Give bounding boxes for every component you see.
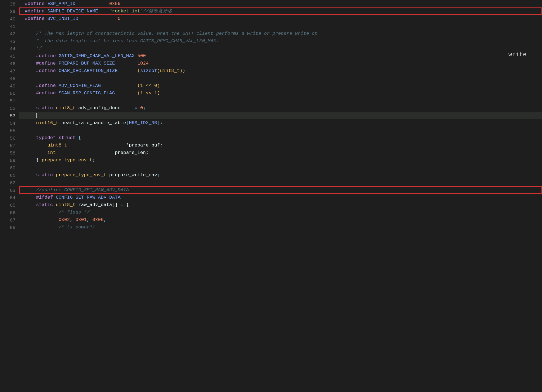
line-number: 40 xyxy=(0,15,19,22)
token: ]; xyxy=(157,120,163,126)
token: adv_config_done xyxy=(78,105,121,111)
line-number: 43 xyxy=(0,37,19,45)
line-number: 42 xyxy=(0,30,19,37)
line-number: 44 xyxy=(0,45,19,52)
token: [ xyxy=(126,120,129,126)
token: int xyxy=(25,150,58,155)
token: ADV_CONFIG_FLAG xyxy=(58,83,101,88)
code-line: static prepare_type_env_t prepare_write_… xyxy=(19,171,542,179)
code-line xyxy=(19,127,542,134)
token: (1 << 1) xyxy=(137,90,160,96)
token: /* tx power*/ xyxy=(25,225,95,230)
token xyxy=(101,83,137,88)
code-line: uint8_t *prepare_buf; xyxy=(19,142,542,149)
token: //#define CONFIG_SET_RAW_ADV_DATA xyxy=(25,187,129,193)
line-numbers: 3839404142434445464748495051525354555657… xyxy=(0,0,19,392)
token: static xyxy=(25,202,56,207)
line-number: 64 xyxy=(0,194,19,201)
token: SVC_INST_ID xyxy=(47,16,78,21)
code-line: static uint8_t raw_adv_data[] = { xyxy=(19,201,542,209)
line-number: 49 xyxy=(0,82,19,89)
line-number: 55 xyxy=(0,127,19,134)
code-line: uint16_t heart_rate_handle_table[HRS_IDX… xyxy=(19,119,542,127)
token: sizeof xyxy=(140,68,157,73)
line-number: 63 xyxy=(0,186,19,194)
code-content: #define ESP_APP_ID 0x55#define SAMPLE_DE… xyxy=(19,0,542,392)
token: { xyxy=(78,135,81,140)
line-number: 68 xyxy=(0,223,19,231)
code-line: #define GATTS_DEMO_CHAR_VAL_LEN_MAX 500 xyxy=(19,52,542,60)
code-line xyxy=(19,164,542,171)
token: */ xyxy=(25,46,42,51)
token: ( xyxy=(137,68,140,73)
token: CHAR_DECLARATION_SIZE xyxy=(58,68,118,73)
token: //修改蓝牙名 xyxy=(143,9,172,14)
token: 0x55 xyxy=(76,1,121,6)
token: SAMPLE_DEVICE_NAME xyxy=(47,9,98,14)
token: GATTS_DEMO_CHAR_VAL_LEN_MAX xyxy=(58,53,137,58)
token: prepare_write_env xyxy=(109,172,157,178)
token: PREPARE_BUF_MAX_SIZE xyxy=(58,61,115,66)
code-line: #define SAMPLE_DEVICE_NAME "rocket_iot"/… xyxy=(19,7,542,15)
token: #define xyxy=(25,9,47,14)
line-number: 60 xyxy=(0,164,19,171)
token: *prepare_buf; xyxy=(70,143,163,148)
code-line: /* The max length of characteristic valu… xyxy=(19,30,542,37)
token: uint16_t xyxy=(25,120,62,126)
token: raw_adv_data[] = { xyxy=(78,202,129,207)
token: SCAN_RSP_CONFIG_FLAG xyxy=(58,90,115,96)
token: , xyxy=(104,217,106,222)
token: prepare_len; xyxy=(58,150,148,155)
token xyxy=(115,90,137,96)
token: 1024 xyxy=(115,61,148,66)
token: CONFIG_SET_RAW_ADV_DATA xyxy=(56,195,121,200)
token: ; xyxy=(157,172,160,178)
token: , xyxy=(70,217,75,222)
code-line: * the data length must be less than GATT… xyxy=(19,37,542,45)
code-line: } prepare_type_env_t; xyxy=(19,156,542,164)
code-line xyxy=(19,112,542,119)
token: static xyxy=(25,172,56,178)
code-line: typedef struct { xyxy=(19,134,542,142)
token xyxy=(25,113,36,118)
token: (1 << 0) xyxy=(137,83,160,88)
token xyxy=(118,68,137,73)
line-number: 46 xyxy=(0,60,19,67)
code-line: int prepare_len; xyxy=(19,149,542,156)
line-number: 65 xyxy=(0,201,19,209)
token: ESP_APP_ID xyxy=(47,1,76,6)
token: struct xyxy=(58,135,78,140)
token: #define xyxy=(25,16,47,21)
line-number: 56 xyxy=(0,134,19,142)
line-number: 39 xyxy=(0,7,19,15)
token: #define xyxy=(25,1,47,6)
token: uint8_t xyxy=(56,202,78,207)
line-number: 48 xyxy=(0,74,19,82)
token: /* flags */ xyxy=(25,210,90,215)
write-label: write xyxy=(508,51,527,58)
line-number: 61 xyxy=(0,171,19,179)
line-number: 38 xyxy=(0,0,19,7)
code-line: 0x02, 0x01, 0x06, xyxy=(19,216,542,223)
line-number: 67 xyxy=(0,216,19,223)
code-line: #define PREPARE_BUF_MAX_SIZE 1024 xyxy=(19,60,542,67)
line-number: 59 xyxy=(0,156,19,164)
token: 500 xyxy=(137,53,146,58)
token: prepare_type_env_t xyxy=(56,172,109,178)
code-line: #define ADV_CONFIG_FLAG (1 << 0) xyxy=(19,82,542,89)
line-number: 45 xyxy=(0,52,19,60)
line-number: 57 xyxy=(0,142,19,149)
token xyxy=(25,217,58,222)
line-number: 51 xyxy=(0,97,19,104)
token: = xyxy=(121,105,140,111)
line-number: 52 xyxy=(0,104,19,112)
line-number: 58 xyxy=(0,149,19,156)
token: uint8_t xyxy=(160,68,180,73)
token xyxy=(98,9,109,14)
token: )) xyxy=(180,68,185,73)
token: #define xyxy=(25,61,58,66)
code-line xyxy=(19,179,542,186)
line-number: 47 xyxy=(0,67,19,74)
token: #define xyxy=(25,53,58,58)
token: static xyxy=(25,105,56,111)
